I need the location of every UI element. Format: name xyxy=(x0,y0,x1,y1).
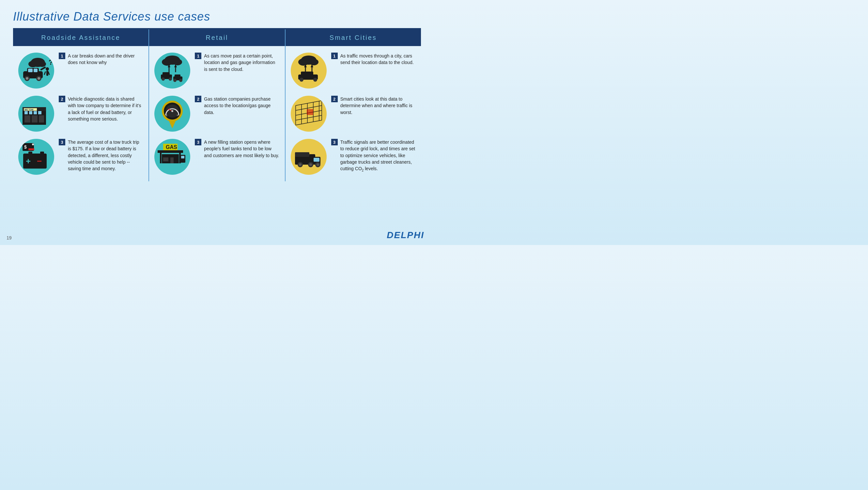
step-text-r2: Vehicle diagnostic data is shared with t… xyxy=(68,96,143,122)
roadside-step-2: WE TOW 2 Vehicle di xyxy=(18,96,143,132)
svg-rect-26 xyxy=(34,111,37,114)
step-text-r1: A car breaks down and the driver does no… xyxy=(68,53,143,66)
svg-point-57 xyxy=(171,110,173,112)
svg-point-30 xyxy=(32,143,34,145)
step-text-re1: As cars move past a certain point, locat… xyxy=(204,53,279,73)
svg-point-8 xyxy=(26,77,28,80)
roadside-step-3: $ + − xyxy=(18,139,143,175)
svg-point-80 xyxy=(313,78,317,82)
col-content-roadside: ? 1 A car breaks down and the driver doe… xyxy=(13,46,149,181)
svg-line-84 xyxy=(296,115,322,120)
svg-rect-60 xyxy=(158,150,183,153)
roadside-text-2: 2 Vehicle diagnostic data is shared with… xyxy=(59,96,143,122)
cars-cloud-retail-svg xyxy=(156,54,189,87)
svg-rect-24 xyxy=(25,111,28,114)
smart-step-3: 3 Traffic signals are better coordinated… xyxy=(291,139,416,175)
step-num-s2: 2 xyxy=(331,96,338,102)
column-roadside: Roadside Assistance xyxy=(13,29,149,181)
svg-rect-21 xyxy=(25,115,30,122)
retail-text-2: 2 Gas station companies purchase access … xyxy=(195,96,279,116)
step-text-re3: A new filling station opens where people… xyxy=(204,139,279,159)
svg-point-102 xyxy=(316,163,319,166)
retail-icon-2: E F xyxy=(154,96,190,132)
svg-rect-45 xyxy=(162,72,170,76)
svg-point-51 xyxy=(179,79,182,82)
traffic-cloud-svg xyxy=(292,54,325,87)
retail-step-1: 1 As cars move past a certain point, loc… xyxy=(154,53,279,89)
svg-text:+: + xyxy=(26,156,31,166)
step-num-s3: 3 xyxy=(331,139,338,145)
gas-gauge-svg: E F xyxy=(156,97,189,130)
svg-text:GAS: GAS xyxy=(166,144,177,150)
svg-point-38 xyxy=(162,58,172,66)
smart-icon-1 xyxy=(291,53,327,89)
step-num-s1: 1 xyxy=(331,53,338,59)
step-num-re1: 1 xyxy=(195,53,202,59)
svg-point-100 xyxy=(309,163,312,166)
svg-point-50 xyxy=(173,79,177,82)
svg-rect-11 xyxy=(40,66,46,70)
page-title: Illustrative Data Services use cases xyxy=(13,10,421,24)
svg-rect-13 xyxy=(46,70,48,76)
step-text-s2: Smart cities look at this data to determ… xyxy=(340,96,416,116)
svg-rect-6 xyxy=(34,68,37,72)
smart-step-2: 2 Smart cities look at this data to dete… xyxy=(291,96,416,132)
svg-rect-78 xyxy=(301,71,313,76)
svg-point-71 xyxy=(298,58,309,66)
svg-rect-92 xyxy=(307,109,313,115)
svg-line-85 xyxy=(296,120,322,125)
roadside-icon-2: WE TOW xyxy=(18,96,54,132)
svg-point-1 xyxy=(28,61,37,67)
column-retail: Retail xyxy=(149,29,285,181)
svg-text:?: ? xyxy=(49,58,53,66)
step-num-re3: 3 xyxy=(195,139,202,145)
svg-point-10 xyxy=(37,77,40,80)
svg-rect-34 xyxy=(28,151,32,155)
svg-point-39 xyxy=(173,59,182,65)
svg-text:−: − xyxy=(37,156,42,166)
svg-point-2 xyxy=(38,61,46,67)
smart-text-2: 2 Smart cities look at this data to dete… xyxy=(331,96,416,116)
svg-rect-61 xyxy=(160,153,161,163)
svg-line-14 xyxy=(44,72,45,75)
svg-line-81 xyxy=(296,100,322,106)
svg-text:F: F xyxy=(177,114,179,117)
car-breakdown-svg: ? xyxy=(20,54,53,87)
retail-text-3: 3 A new filling station opens where peop… xyxy=(195,139,279,159)
roadside-icon-3: $ + − xyxy=(18,139,54,175)
roadside-step-1: ? 1 A car breaks down and the driver doe… xyxy=(18,53,143,89)
smart-icon-3 xyxy=(291,139,327,175)
column-smart-cities: Smart Cities xyxy=(285,29,421,181)
svg-text:$: $ xyxy=(24,144,27,150)
svg-text:WE TOW: WE TOW xyxy=(25,109,34,111)
step-text-re2: Gas station companies purchase access to… xyxy=(204,96,279,116)
roadside-icon-1: ? xyxy=(18,53,54,89)
col-header-retail: Retail xyxy=(149,29,284,46)
svg-point-72 xyxy=(309,59,318,65)
smart-icon-2 xyxy=(291,96,327,132)
step-text-s3: Traffic signals are better coordinated t… xyxy=(340,139,416,173)
roadside-text-3: 3 The average cost of a tow truck trip i… xyxy=(59,139,143,172)
svg-rect-94 xyxy=(295,152,309,157)
svg-rect-27 xyxy=(38,111,41,114)
svg-line-15 xyxy=(48,72,49,75)
retail-text-1: 1 As cars move past a certain point, loc… xyxy=(195,53,279,73)
garbage-truck-svg xyxy=(292,141,325,173)
retail-icon-3: GAS xyxy=(154,139,190,175)
svg-rect-5 xyxy=(28,68,33,72)
smart-step-1: 1 As traffic moves through a city, cars … xyxy=(291,53,416,89)
svg-rect-49 xyxy=(175,75,181,78)
gas-station-svg: GAS xyxy=(156,141,189,173)
svg-point-46 xyxy=(161,78,165,81)
step-text-s1: As traffic moves through a city, cars se… xyxy=(340,53,416,66)
svg-point-12 xyxy=(46,67,49,70)
svg-point-47 xyxy=(169,78,172,81)
columns-container: Roadside Assistance xyxy=(13,29,421,181)
svg-rect-69 xyxy=(181,156,184,158)
retail-step-2: E F 2 Gas station companies purchase acc… xyxy=(154,96,279,132)
svg-point-98 xyxy=(299,163,302,166)
traffic-grid-svg xyxy=(292,97,325,130)
step-num-r1: 1 xyxy=(59,53,65,59)
svg-text:E: E xyxy=(166,114,167,117)
battery-svg: $ + − xyxy=(20,141,53,173)
